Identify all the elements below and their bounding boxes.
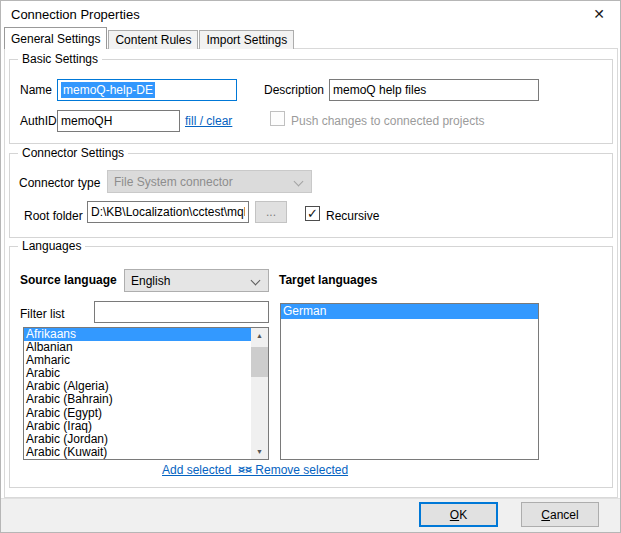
name-input[interactable]: memoQ-help-DE: [57, 79, 237, 101]
ok-button[interactable]: OK: [419, 502, 498, 527]
tab-import-settings[interactable]: Import Settings: [199, 30, 294, 49]
browse-button[interactable]: ...: [255, 201, 287, 223]
list-item[interactable]: Amharic: [24, 354, 251, 367]
list-item[interactable]: Arabic (Jordan): [24, 433, 251, 446]
titlebar: Connection Properties ✕: [1, 1, 620, 28]
tab-bar: General Settings Content Rules Import Se…: [4, 27, 295, 49]
list-item[interactable]: Arabic (Iraq): [24, 420, 251, 433]
close-icon[interactable]: ✕: [578, 1, 620, 27]
source-language-dropdown[interactable]: English: [124, 269, 269, 292]
source-language-label: Source language: [20, 273, 117, 287]
window-title: Connection Properties: [11, 7, 140, 22]
connector-type-value: File System connector: [114, 175, 289, 189]
connector-type-label: Connector type: [19, 176, 100, 190]
list-item[interactable]: Arabic (Kuwait): [24, 446, 251, 459]
tab-content-rules[interactable]: Content Rules: [108, 30, 198, 49]
list-item[interactable]: Arabic (Egypt): [24, 407, 251, 420]
source-language-listbox[interactable]: AfrikaansAlbanianAmharicArabicArabic (Al…: [23, 327, 269, 460]
chevron-down-icon: [294, 177, 304, 187]
recursive-checkbox[interactable]: ✓: [305, 206, 320, 221]
source-language-value: English: [131, 274, 246, 288]
list-item[interactable]: Arabic (Algeria): [24, 380, 251, 393]
list-item[interactable]: German: [281, 304, 538, 319]
checkmark-icon: ✓: [306, 207, 319, 220]
description-label: Description: [264, 83, 324, 97]
list-item[interactable]: Arabic: [24, 367, 251, 380]
push-changes-label: Push changes to connected projects: [291, 114, 484, 128]
basic-settings-group: Basic Settings Name memoQ-help-DE Descri…: [9, 59, 613, 144]
description-input[interactable]: [329, 79, 539, 101]
root-folder-input[interactable]: [87, 201, 249, 223]
source-language-items: AfrikaansAlbanianAmharicArabicArabic (Al…: [24, 328, 251, 459]
scrollbar[interactable]: ▲ ▼: [251, 328, 268, 459]
target-language-items: German: [281, 304, 538, 459]
target-languages-listbox[interactable]: German: [280, 303, 539, 460]
target-languages-label: Target languages: [279, 273, 377, 287]
root-folder-label: Root folder: [24, 209, 83, 223]
basic-settings-legend: Basic Settings: [18, 52, 102, 66]
connector-settings-legend: Connector Settings: [18, 146, 128, 160]
name-label: Name: [20, 83, 52, 97]
list-item[interactable]: Arabic (Bahrain): [24, 393, 251, 406]
list-item[interactable]: Albanian: [24, 341, 251, 354]
authid-label: AuthID: [20, 114, 57, 128]
recursive-label: Recursive: [326, 209, 379, 223]
footer: OK Cancel: [1, 498, 620, 533]
languages-group: Languages Source language English Target…: [9, 246, 613, 488]
push-changes-checkbox[interactable]: [270, 111, 285, 126]
connector-type-dropdown[interactable]: File System connector: [107, 170, 312, 193]
fill-clear-link[interactable]: fill / clear: [185, 114, 232, 128]
remove-selected-link[interactable]: << Remove selected: [238, 463, 348, 477]
authid-input[interactable]: [57, 110, 180, 132]
languages-legend: Languages: [18, 239, 85, 253]
connection-properties-dialog: Connection Properties ✕ General Settings…: [0, 0, 621, 533]
cancel-button[interactable]: Cancel: [521, 502, 599, 527]
filter-list-input[interactable]: [94, 301, 269, 323]
scroll-down-icon[interactable]: ▼: [251, 444, 268, 459]
name-selected-text: memoQ-help-DE: [61, 82, 155, 98]
scrollbar-thumb[interactable]: [251, 347, 268, 377]
filter-list-label: Filter list: [20, 307, 65, 321]
connector-settings-group: Connector Settings Connector type File S…: [9, 153, 613, 238]
scroll-up-icon[interactable]: ▲: [251, 328, 268, 343]
chevron-down-icon: [251, 276, 261, 286]
tab-general-settings[interactable]: General Settings: [4, 27, 107, 49]
list-item[interactable]: Afrikaans: [24, 328, 251, 341]
